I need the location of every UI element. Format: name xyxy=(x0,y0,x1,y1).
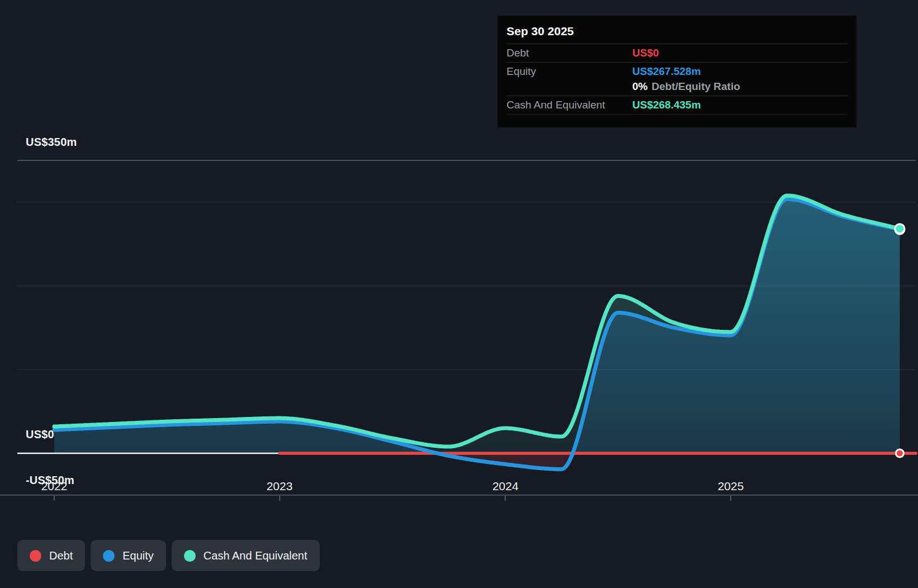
equity-dot-icon xyxy=(103,550,115,562)
tooltip-debt-value: US$0 xyxy=(632,47,659,59)
cash-dot-icon xyxy=(184,550,196,562)
y-axis-label-350m: US$350m xyxy=(26,136,77,149)
x-axis-label-2025: 2025 xyxy=(718,480,744,493)
tooltip-row-equity: Equity US$267.528m xyxy=(507,62,848,80)
tooltip-row-debt: Debt US$0 xyxy=(507,44,848,62)
legend-debt-label: Debt xyxy=(49,549,73,562)
legend-cash-label: Cash And Equivalent xyxy=(204,549,307,562)
tooltip-cash-value: US$268.435m xyxy=(632,99,701,111)
tooltip-row-cash: Cash And Equivalent US$268.435m xyxy=(507,96,848,115)
chart-tooltip: Sep 30 2025 Debt US$0 Equity US$267.528m… xyxy=(498,16,857,127)
y-axis-label-0: US$0 xyxy=(26,428,54,441)
debt-dot-icon xyxy=(30,550,41,562)
tooltip-row-ratio: 0% Debt/Equity Ratio xyxy=(507,80,848,96)
x-axis-label-2023: 2023 xyxy=(267,480,293,493)
tooltip-equity-value: US$267.528m xyxy=(632,65,701,78)
legend-equity-label: Equity xyxy=(122,549,154,562)
tooltip-debt-label: Debt xyxy=(507,47,632,59)
legend-item-cash[interactable]: Cash And Equivalent xyxy=(172,540,320,571)
tooltip-ratio-label: Debt/Equity Ratio xyxy=(651,80,740,93)
legend-item-debt[interactable]: Debt xyxy=(17,540,85,571)
tooltip-date: Sep 30 2025 xyxy=(507,21,848,44)
page: { "chart": { "y_axis": { "labels": [ {"t… xyxy=(0,0,918,588)
tooltip-ratio-value: 0% xyxy=(632,80,647,93)
x-axis-label-2022: 2022 xyxy=(41,480,68,493)
x-axis-label-2024: 2024 xyxy=(493,480,519,493)
tooltip-cash-label: Cash And Equivalent xyxy=(507,99,632,111)
legend-item-equity[interactable]: Equity xyxy=(91,540,166,571)
chart-legend: Debt Equity Cash And Equivalent xyxy=(17,540,320,571)
tooltip-equity-label: Equity xyxy=(507,65,632,78)
